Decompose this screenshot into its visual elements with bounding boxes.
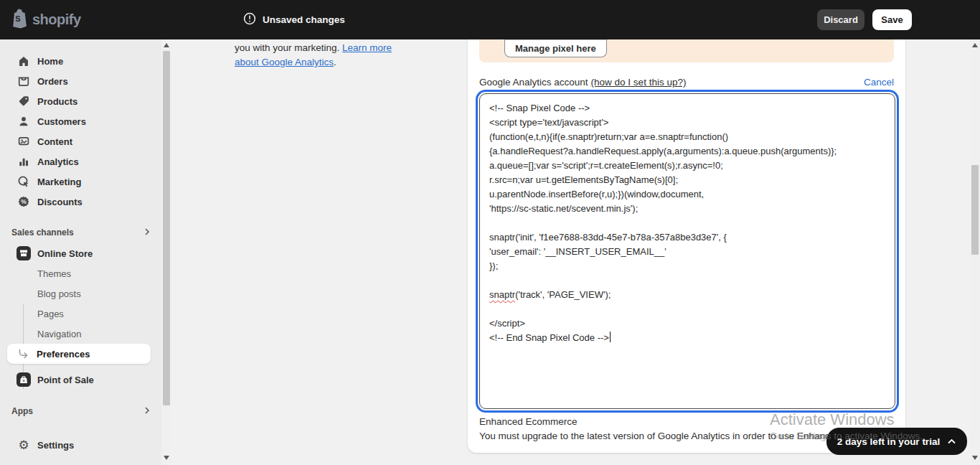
- target-cursor-icon: [17, 174, 31, 189]
- scroll-down-arrow-icon[interactable]: [972, 456, 978, 460]
- sidebar-item-settings[interactable]: ⚙ Settings: [6, 435, 156, 455]
- point-of-sale-icon: s: [17, 372, 31, 387]
- pixel-warning-banner: Manage pixel here: [479, 39, 894, 62]
- code-line: snaptr('init', 'f1ee7688-83dd-45e7-b78a-…: [489, 230, 885, 245]
- tag-icon: [17, 94, 31, 108]
- sidebar-item-discounts[interactable]: % Discounts: [6, 192, 156, 212]
- shopify-bag-icon: S: [10, 9, 28, 32]
- trial-label: 2 days left in your trial: [837, 436, 940, 447]
- sidebar-scrollbar-thumb[interactable]: [163, 51, 170, 405]
- enhanced-ecommerce-title: Enhanced Ecommerce: [479, 416, 578, 427]
- text-cursor: [610, 332, 611, 342]
- save-button[interactable]: Save: [872, 9, 912, 30]
- image-icon: [17, 134, 31, 149]
- storefront-icon: [17, 246, 31, 260]
- sidebar-item-blog-posts[interactable]: Blog posts: [6, 283, 156, 304]
- sidebar-item-customers[interactable]: Customers: [6, 111, 156, 131]
- code-line: [489, 216, 885, 230]
- discard-button[interactable]: Discard: [817, 9, 864, 30]
- sidebar-header-apps[interactable]: Apps: [11, 401, 151, 421]
- person-icon: [17, 114, 31, 128]
- code-line: a.queue=[];var s='script';r=t.createElem…: [489, 159, 885, 173]
- sidebar-item-online-store[interactable]: Online Store: [6, 243, 156, 263]
- svg-text:S: S: [15, 14, 20, 23]
- svg-text:%: %: [21, 198, 27, 205]
- page-scrollbar-thumb[interactable]: [971, 165, 979, 255]
- sidebar-item-orders[interactable]: Orders: [6, 71, 156, 91]
- sidebar-item-content[interactable]: Content: [6, 131, 156, 151]
- unsaved-changes-label: Unsaved changes: [263, 14, 345, 25]
- code-line: });: [489, 259, 885, 273]
- ga-account-label: Google Analytics account(how do I set th…: [479, 77, 686, 88]
- shopify-logo[interactable]: S shopify: [10, 0, 81, 39]
- return-arrow-icon: [16, 347, 30, 361]
- chevron-up-icon: [947, 436, 956, 447]
- sidebar: Home Orders Products Customers Content: [0, 39, 171, 465]
- code-line: <!-- Snap Pixel Code -->: [489, 101, 885, 116]
- alert-circle-icon: [243, 12, 256, 28]
- discount-badge-icon: %: [17, 194, 31, 209]
- gear-icon: ⚙: [17, 438, 31, 452]
- code-line: snaptr('track', 'PAGE_VIEW');: [489, 288, 885, 302]
- code-line: <script type='text/javascript'>: [489, 116, 885, 130]
- code-line: r.src=n;var u=t.getElementsByTagName(s)[…: [489, 173, 885, 187]
- sidebar-item-preferences[interactable]: Preferences: [7, 344, 151, 364]
- cancel-link[interactable]: Cancel: [864, 77, 894, 88]
- description-text: you with your marketing.: [235, 42, 342, 53]
- scroll-up-arrow-icon[interactable]: [164, 43, 169, 47]
- pixel-code-textarea[interactable]: <!-- Snap Pixel Code --><script type='te…: [479, 93, 895, 409]
- code-line: [489, 273, 885, 288]
- sidebar-scrollbar[interactable]: [161, 39, 171, 465]
- code-line: {a.handleRequest?a.handleRequest.apply(a…: [489, 144, 885, 159]
- sidebar-item-pages[interactable]: Pages: [6, 304, 156, 324]
- sidebar-item-themes[interactable]: Themes: [6, 263, 156, 283]
- sidebar-item-navigation[interactable]: Navigation: [6, 324, 156, 344]
- sidebar-item-point-of-sale[interactable]: s Point of Sale: [6, 370, 156, 390]
- chevron-right-icon: [143, 405, 151, 418]
- page-scrollbar[interactable]: [970, 39, 980, 465]
- topbar: S shopify Unsaved changes Discard Save: [0, 0, 980, 39]
- sidebar-item-marketing[interactable]: Marketing: [6, 172, 156, 192]
- bar-chart-icon: [17, 154, 31, 169]
- unsaved-changes-status: Unsaved changes: [243, 0, 345, 39]
- google-analytics-card: Manage pixel here Google Analytics accou…: [468, 39, 905, 453]
- scroll-down-arrow-icon[interactable]: [164, 456, 169, 460]
- code-line: <!-- End Snap Pixel Code -->: [489, 331, 885, 345]
- code-line: (function(e,t,n){if(e.snaptr)return;var …: [489, 130, 885, 144]
- code-line: 'https://sc-static.net/scevent.min.js');: [489, 202, 885, 216]
- home-icon: [17, 54, 31, 68]
- sidebar-item-analytics[interactable]: Analytics: [6, 151, 156, 172]
- orders-icon: [17, 74, 31, 88]
- how-do-i-set-this-up-link[interactable]: (how do I set this up?): [591, 77, 687, 88]
- scroll-up-arrow-icon[interactable]: [972, 43, 978, 47]
- ga-account-row: Google Analytics account(how do I set th…: [479, 77, 894, 88]
- sidebar-header-sales-channels[interactable]: Sales channels: [11, 222, 151, 243]
- google-analytics-description: you with your marketing. Learn more abou…: [235, 41, 418, 70]
- shopify-admin-screen: S shopify Unsaved changes Discard Save: [0, 0, 980, 465]
- chevron-right-icon: [143, 226, 151, 239]
- shopify-wordmark: shopify: [32, 11, 81, 28]
- code-line: [489, 302, 885, 316]
- sidebar-item-home[interactable]: Home: [6, 51, 156, 71]
- code-line: </script>: [489, 316, 885, 331]
- sidebar-item-products[interactable]: Products: [6, 91, 156, 111]
- code-line: u.parentNode.insertBefore(r,u);})(window…: [489, 187, 885, 202]
- code-line: 'user_email': '__INSERT_USER_EMAIL__': [489, 245, 885, 259]
- trial-countdown-pill[interactable]: 2 days left in your trial: [826, 428, 967, 455]
- svg-text:s: s: [22, 378, 24, 382]
- manage-pixel-button[interactable]: Manage pixel here: [504, 39, 607, 57]
